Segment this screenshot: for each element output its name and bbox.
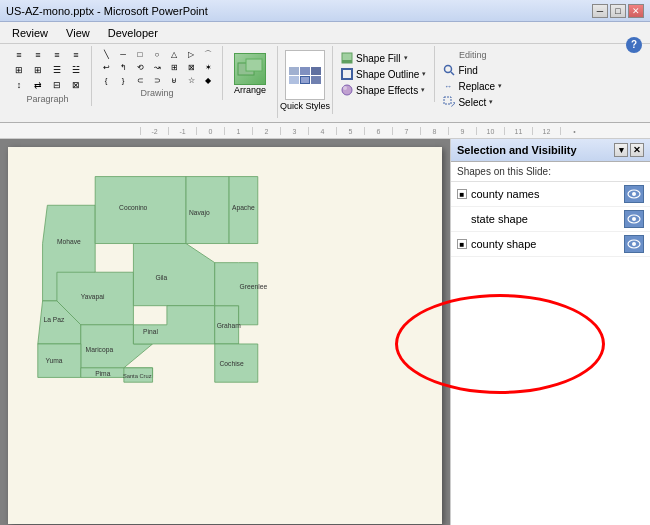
- drawing-label: Drawing: [140, 88, 173, 98]
- minimize-button[interactable]: ─: [592, 4, 608, 18]
- ruler-mark-0: 0: [196, 127, 224, 135]
- editing-section: Editing Find ↔ Replace ▾ ↗ Select ▾: [435, 46, 510, 114]
- svg-text:Yuma: Yuma: [45, 357, 62, 364]
- shape-fill-button[interactable]: Shape Fill ▾: [337, 50, 430, 66]
- arrow-btn[interactable]: ▷: [183, 48, 199, 60]
- item-name-county-names: county names: [471, 188, 620, 200]
- panel-close-button[interactable]: ✕: [630, 143, 644, 157]
- ribbon: ≡ ≡ ≡ ≡ ⊞ ⊞ ☰ ☱ ↕ ⇄ ⊟ ⊠ Paragraph ╲ ─ □ …: [0, 44, 650, 123]
- help-button[interactable]: ?: [626, 37, 642, 53]
- ruler-mark-12: 12: [532, 127, 560, 135]
- visibility-toggle-county-names[interactable]: [624, 185, 644, 203]
- svg-point-47: [632, 242, 636, 246]
- indent-btn1[interactable]: ⊞: [10, 63, 28, 77]
- svg-point-45: [632, 217, 636, 221]
- visibility-toggle-county-shape[interactable]: [624, 235, 644, 253]
- effects-icon: [341, 84, 353, 96]
- find-icon: [443, 64, 455, 76]
- ruler-mark-neg2: -2: [140, 127, 168, 135]
- line2-btn[interactable]: ─: [115, 48, 131, 60]
- paragraph-buttons: ≡ ≡ ≡ ≡ ⊞ ⊞ ☰ ☱ ↕ ⇄ ⊟ ⊠: [10, 48, 85, 92]
- menu-bar: Review View Developer ?: [0, 22, 650, 44]
- diamond-btn[interactable]: ◆: [200, 74, 216, 86]
- arizona-map: Mohave Coconino Navajo Apache Yavapai Gi…: [18, 167, 268, 387]
- find-label: Find: [458, 65, 477, 76]
- corner-btn[interactable]: ↰: [115, 61, 131, 73]
- align-center-btn[interactable]: ≡: [29, 48, 47, 62]
- indent-btn2[interactable]: ⊞: [29, 63, 47, 77]
- justify-btn[interactable]: ≡: [67, 48, 85, 62]
- rect-btn[interactable]: □: [132, 48, 148, 60]
- close-button[interactable]: ✕: [628, 4, 644, 18]
- plus-btn[interactable]: ⊞: [166, 61, 182, 73]
- fill-icon: [341, 52, 353, 64]
- svg-rect-1: [246, 59, 262, 71]
- svg-line-8: [451, 72, 454, 75]
- x-btn[interactable]: ⊠: [183, 61, 199, 73]
- rotate-btn[interactable]: ⟲: [132, 61, 148, 73]
- svg-text:Mohave: Mohave: [57, 238, 81, 245]
- effects-dropdown-arrow: ▾: [421, 86, 425, 94]
- visibility-toggle-state-shape[interactable]: [624, 210, 644, 228]
- panel-title: Selection and Visibility: [457, 144, 577, 156]
- outline-dropdown-arrow: ▾: [422, 70, 426, 78]
- line-btn[interactable]: ╲: [98, 48, 114, 60]
- svg-text:↔: ↔: [444, 82, 452, 91]
- maximize-button[interactable]: □: [610, 4, 626, 18]
- panel-collapse-button[interactable]: ▾: [614, 143, 628, 157]
- selection-visibility-panel: Selection and Visibility ▾ ✕ Shapes on t…: [450, 139, 650, 525]
- brace-btn[interactable]: {: [98, 74, 114, 86]
- columns-btn[interactable]: ⊟: [48, 78, 66, 92]
- ruler-mark-8: 8: [420, 127, 448, 135]
- slide-panel[interactable]: Mohave Coconino Navajo Apache Yavapai Gi…: [0, 139, 450, 525]
- menu-review[interactable]: Review: [4, 25, 56, 41]
- wave-btn[interactable]: ↝: [149, 61, 165, 73]
- expand-button-county-shape[interactable]: ■: [457, 239, 467, 249]
- window-title: US-AZ-mono.pptx - Microsoft PowerPoint: [6, 5, 208, 17]
- replace-button[interactable]: ↔ Replace ▾: [439, 78, 506, 94]
- ruler-mark-dot: •: [560, 127, 588, 135]
- shape-outline-button[interactable]: Shape Outline ▾: [337, 66, 430, 82]
- svg-text:Yavapai: Yavapai: [81, 293, 105, 301]
- star2-btn[interactable]: ☆: [183, 74, 199, 86]
- list-btn[interactable]: ☰: [48, 63, 66, 77]
- editing-label: Editing: [439, 50, 506, 60]
- fill-dropdown-arrow: ▾: [404, 54, 408, 62]
- expand-button-county-names[interactable]: ■: [457, 189, 467, 199]
- menu-view[interactable]: View: [58, 25, 98, 41]
- chevron2-btn[interactable]: ⊃: [149, 74, 165, 86]
- select-button[interactable]: ↗ Select ▾: [439, 94, 506, 110]
- paragraph-label: Paragraph: [26, 94, 68, 104]
- menu-developer[interactable]: Developer: [100, 25, 166, 41]
- quick-styles-button[interactable]: [285, 50, 325, 100]
- oval-btn[interactable]: ○: [149, 48, 165, 60]
- chevron-btn[interactable]: ⊂: [132, 74, 148, 86]
- spacing-btn[interactable]: ↕: [10, 78, 28, 92]
- dir-btn[interactable]: ⇄: [29, 78, 47, 92]
- svg-text:Pima: Pima: [95, 370, 111, 377]
- find-button[interactable]: Find: [439, 62, 506, 78]
- align-right-btn[interactable]: ≡: [48, 48, 66, 62]
- panel-controls: ▾ ✕: [614, 143, 644, 157]
- ruler-mark-5: 5: [336, 127, 364, 135]
- select-arrow: ▾: [489, 98, 493, 106]
- align-left-btn[interactable]: ≡: [10, 48, 28, 62]
- svg-text:La Paz: La Paz: [44, 316, 65, 323]
- union-btn[interactable]: ⊎: [166, 74, 182, 86]
- arrange-icon: [234, 53, 266, 85]
- brace2-btn[interactable]: }: [115, 74, 131, 86]
- ruler-mark-3: 3: [280, 127, 308, 135]
- svg-text:Santa Cruz: Santa Cruz: [123, 373, 152, 379]
- tri-btn[interactable]: △: [166, 48, 182, 60]
- svg-text:Navajo: Navajo: [189, 209, 210, 217]
- extra-btn[interactable]: ⊠: [67, 78, 85, 92]
- star-btn[interactable]: ✶: [200, 61, 216, 73]
- select-label: Select: [458, 97, 486, 108]
- ruler-mark-2: 2: [252, 127, 280, 135]
- arrange-button[interactable]: Arrange: [227, 48, 273, 100]
- num-list-btn[interactable]: ☱: [67, 63, 85, 77]
- select-icon: ↗: [443, 96, 455, 108]
- curve-btn[interactable]: ↩: [98, 61, 114, 73]
- shape-effects-button[interactable]: Shape Effects ▾: [337, 82, 430, 98]
- arc-btn[interactable]: ⌒: [200, 48, 216, 60]
